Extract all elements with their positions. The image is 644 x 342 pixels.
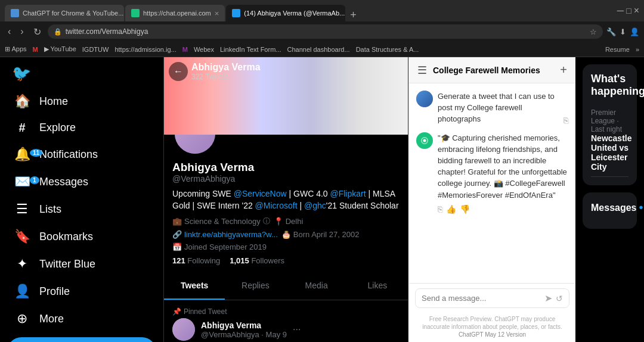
tab-likes[interactable]: Likes — [347, 272, 408, 300]
sidebar-item-label-twitter-blue: Twitter Blue — [39, 258, 95, 271]
sidebar-item-explore[interactable]: # Explore — [7, 115, 156, 141]
bookmarks-icon: 🔖 — [14, 229, 30, 244]
chatgpt-title: College Farewell Memories — [433, 66, 554, 75]
lock-icon: 🔒 — [54, 28, 62, 36]
tweet-meta: Abhigya Verma @VermaAbhigya · May 9 — [201, 321, 287, 339]
pinned-label: 📌 Pinned Tweet — [172, 307, 400, 316]
sidebar-item-twitter-blue[interactable]: ✦ Twitter Blue — [7, 250, 156, 278]
profile-icon[interactable]: 👤 — [630, 27, 639, 36]
profile-title-name: Abhigya Verma — [191, 62, 261, 73]
chatgpt-header: ☰ College Farewell Memories + — [409, 57, 575, 83]
star-icon[interactable]: ☆ — [590, 27, 597, 36]
back-button[interactable]: ‹ — [5, 25, 14, 38]
tab-replies[interactable]: Replies — [225, 272, 286, 300]
tab-2[interactable]: https://chat.openai.com × — [125, 5, 225, 21]
sidebar-item-messages[interactable]: ✉️ 1 Messages — [7, 168, 156, 195]
more-icon: ⊕ — [14, 311, 30, 327]
tab-media[interactable]: Media — [286, 272, 347, 300]
extension-icon-1[interactable]: 🔧 — [606, 27, 616, 36]
sidebar-item-more[interactable]: ⊕ More — [7, 305, 156, 332]
bookmark-apps[interactable]: ⊞ Apps — [5, 45, 27, 53]
bio-link-microsoft[interactable]: @Microsoft — [255, 201, 298, 210]
main-area: 🐦 🏠 Home # Explore 🔔 11 Notifications ✉️… — [0, 57, 644, 342]
following-stat[interactable]: 121 Following — [172, 256, 220, 265]
sidebar-item-home[interactable]: 🏠 Home — [7, 88, 156, 115]
tab-label-3: (14) Abhigya Verma (@VermaAb... — [244, 10, 345, 17]
meta-link: 🔗 linktr.ee/abhigyaverma?w... — [172, 230, 278, 239]
toolbar-icons: 🔧 ⬇ 👤 — [606, 27, 639, 36]
sidebar-item-label-messages: Messages — [39, 176, 88, 188]
extension-icon-2[interactable]: ⬇ — [620, 27, 626, 36]
tweet-handle-date: @VermaAbhigya · May 9 — [201, 330, 287, 339]
messages-icon: ✉️ 1 — [14, 174, 30, 189]
bio-link-servicenow[interactable]: @ServiceNow — [234, 189, 287, 198]
bio-link-flipkart[interactable]: @Flipkart — [330, 189, 366, 198]
chatgpt-panel: ☰ College Farewell Memories + Generate a… — [408, 57, 575, 342]
ai-message: "🎓 Capturing cherished memories, embraci… — [416, 132, 568, 214]
maximize-button[interactable]: □ — [626, 6, 631, 15]
copy-user-message-button[interactable]: ⎘ — [564, 116, 568, 125]
bookmark-admission[interactable]: https://admission.ig... — [114, 46, 176, 53]
chatgpt-new-chat-button[interactable]: + — [560, 63, 567, 77]
bookmark-ds[interactable]: Data Structures & A... — [356, 46, 419, 53]
joined-icon: 📅 — [172, 242, 182, 251]
messages-dot-indicator: • — [639, 201, 643, 214]
joined-text: Joined September 2019 — [184, 242, 267, 251]
tab-3[interactable]: (14) Abhigya Verma (@VermaAb... × — [226, 5, 345, 21]
sidebar-item-label-lists: Lists — [39, 203, 61, 216]
bookmark-m2[interactable]: M — [182, 46, 188, 53]
tab-tweets[interactable]: Tweets — [164, 272, 225, 300]
followers-stat[interactable]: 1,015 Followers — [230, 256, 284, 265]
chatgpt-refresh-button[interactable]: ↺ — [556, 294, 563, 303]
sidebar-item-notifications[interactable]: 🔔 11 Notifications — [7, 141, 156, 168]
bookmark-m1[interactable]: M — [33, 46, 38, 53]
copy-response-button[interactable]: ⎘ — [438, 204, 442, 214]
tab-1[interactable]: ChatGPT for Chrome & YouTube... × — [5, 5, 124, 21]
thumbs-down-button[interactable]: 👎 — [460, 204, 470, 214]
trend-item[interactable]: Premier League · Last night Newcastle Un… — [591, 104, 628, 177]
tab-label-1: ChatGPT for Chrome & YouTube... — [23, 10, 123, 17]
twitter-sidebar: 🐦 🏠 Home # Explore 🔔 11 Notifications ✉️… — [0, 57, 164, 342]
bookmark-resume[interactable]: Resume — [605, 46, 630, 53]
bookmark-igdtuw[interactable]: IGDTUW — [82, 46, 109, 53]
location-icon: 📍 — [274, 217, 283, 226]
table-row[interactable]: 📌 Pinned Tweet Abhigya Verma @VermaAbhig… — [164, 300, 408, 342]
bookmark-more[interactable]: » — [636, 46, 639, 53]
tweet-more-button[interactable]: ··· — [293, 324, 301, 335]
addressbar[interactable]: 🔒 twitter.com/VermaAbhigya ☆ — [48, 24, 603, 39]
chatgpt-version-link[interactable]: ChatGPT May 12 Version — [459, 331, 526, 338]
sidebar-item-bookmarks[interactable]: 🔖 Bookmarks — [7, 223, 156, 250]
twitter-main: ← Abhigya Verma 322 Tweets Edit profile … — [164, 57, 408, 342]
home-icon: 🏠 — [14, 94, 30, 109]
sidebar-item-profile[interactable]: 👤 Profile — [7, 278, 156, 305]
chatgpt-send-button[interactable]: ➤ — [544, 293, 552, 304]
chatgpt-disclaimer: Free Research Preview. ChatGPT may produ… — [409, 313, 575, 342]
bookmark-youtube[interactable]: ▶ YouTube — [44, 45, 76, 53]
bio-link-ghc[interactable]: @ghc — [304, 201, 326, 210]
forward-button[interactable]: › — [17, 25, 26, 38]
twitter-logo[interactable]: 🐦 — [12, 64, 156, 83]
profile-display-name: Abhigya Verma — [172, 161, 400, 174]
tab-close-2[interactable]: × — [215, 9, 219, 18]
sidebar-item-lists[interactable]: ☰ Lists — [7, 195, 156, 223]
profile-nav-icon: 👤 — [14, 284, 30, 299]
addressbar-icons: ☆ — [590, 27, 597, 36]
reload-button[interactable]: ↻ — [30, 25, 44, 39]
messages-widget-title-row: Messages • — [591, 201, 643, 214]
bookmark-channel[interactable]: Channel dashboard... — [287, 46, 349, 53]
minimize-button[interactable]: ─ — [617, 5, 624, 16]
new-tab-button[interactable]: + — [346, 9, 360, 21]
tweet-button[interactable]: Tweet — [7, 337, 156, 342]
chatgpt-input-row: ➤ ↺ — [415, 288, 569, 308]
bookmark-linkedin[interactable]: LinkedIn Text Form... — [220, 46, 281, 53]
profile-header-title: Abhigya Verma 322 Tweets — [191, 62, 261, 81]
profile-link[interactable]: linktr.ee/abhigyaverma?w... — [184, 230, 278, 239]
close-button[interactable]: × — [634, 5, 639, 16]
chatgpt-menu-button[interactable]: ☰ — [417, 64, 427, 77]
chatgpt-message-input[interactable] — [422, 294, 541, 303]
user-message-text: Generate a tweet that I can use to post … — [438, 92, 555, 123]
bookmark-webex[interactable]: Webex — [194, 46, 214, 53]
back-nav-button[interactable]: ← — [169, 62, 188, 81]
location-text: Delhi — [286, 217, 304, 226]
thumbs-up-button[interactable]: 👍 — [446, 204, 456, 214]
